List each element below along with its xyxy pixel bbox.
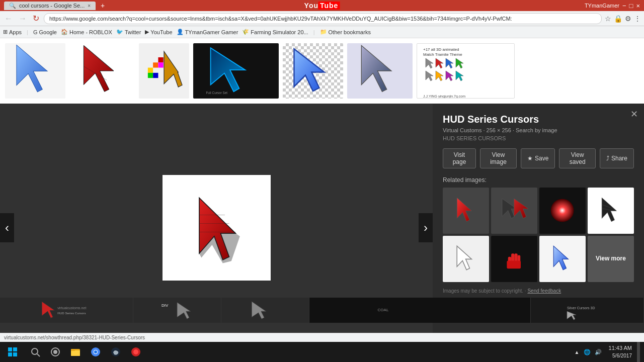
up-arrow-icon[interactable]: ▲ (575, 349, 580, 355)
close-detail-button[interactable]: ✕ (630, 109, 638, 120)
reload-button[interactable]: ↻ (31, 14, 41, 23)
view-image-button[interactable]: View image (480, 148, 517, 168)
svg-marker-37 (602, 198, 617, 222)
bookmark-icon[interactable]: ☆ (605, 15, 611, 23)
svg-point-36 (551, 199, 574, 222)
svg-marker-2 (84, 46, 114, 92)
system-clock[interactable]: 11:43 AM 5/6/2017 (609, 344, 632, 359)
bm-roblox[interactable]: 🏠 Home - ROBLOX (61, 29, 112, 35)
network-icon[interactable]: 🌐 (584, 349, 591, 355)
action-buttons: Visit page View image ★ Save View saved … (443, 148, 634, 168)
address-bar: ← → ↻ ☆ 🔒 ⚙ ⋮ (0, 11, 644, 26)
bm-farming[interactable]: 🌾 Farming Simulator 20... (242, 29, 308, 35)
menu-icon[interactable]: ⋮ (634, 15, 641, 23)
strip-image-4[interactable]: Full Cursor Set (193, 43, 279, 99)
preview-image-box (163, 175, 271, 281)
svg-point-63 (53, 350, 57, 354)
bottom-thumb-2[interactable]: DIV (133, 298, 221, 323)
bm-youtube[interactable]: ▶ YouTube (145, 29, 172, 35)
strip-image-7[interactable]: +17 all 3D animated Match Tramite Theme … (417, 43, 515, 99)
svg-text:virtualcustoms.net: virtualcustoms.net (57, 306, 86, 310)
close-button[interactable]: × (636, 2, 640, 10)
next-image-button[interactable]: › (419, 213, 433, 242)
steam-button[interactable] (106, 342, 126, 362)
related-thumb-5[interactable] (443, 236, 489, 282)
svg-text:DIV: DIV (162, 303, 169, 308)
previous-image-button[interactable]: ‹ (0, 213, 14, 242)
extension-icon1[interactable]: 🔒 (614, 15, 622, 23)
search-taskbar-button[interactable] (25, 342, 45, 362)
bm-tymangamer[interactable]: 👤 TYmanGamer Gamer (177, 29, 238, 35)
clock-time: 11:43 AM (609, 344, 632, 352)
copyright-note: Images may be subject to copyright. · Se… (443, 288, 634, 294)
svg-marker-19 (436, 58, 443, 68)
volume-icon[interactable]: 🔊 (595, 349, 602, 355)
forward-button[interactable]: → (17, 14, 28, 23)
image-title: HUD Series Cursors (443, 114, 634, 125)
bottom-thumb-1[interactable]: virtualcustoms.net HUD Series Cursors (0, 298, 133, 323)
start-button[interactable] (0, 342, 25, 362)
minimize-button[interactable]: − (622, 2, 626, 10)
strip-image-2[interactable] (69, 43, 135, 99)
save-button[interactable]: ★ Save (521, 148, 555, 168)
svg-marker-46 (554, 246, 569, 270)
bottom-thumb-4[interactable]: COAL (309, 298, 531, 323)
bottom-thumb-3[interactable] (221, 298, 309, 323)
view-saved-button[interactable]: View saved (559, 148, 596, 168)
related-thumb-2[interactable] (491, 188, 537, 234)
related-images-label: Related images: (443, 176, 634, 184)
strip-image-6[interactable] (347, 43, 413, 99)
related-thumb-3[interactable] (539, 188, 586, 234)
taskbar-left (0, 342, 146, 362)
feedback-link[interactable]: Send feedback (527, 288, 561, 294)
cortana-button[interactable] (45, 342, 65, 362)
title-bar: 🔍 cool cursors - Google Se... × + YouTub… (0, 0, 644, 11)
bottom-thumb-5[interactable]: Silver Cursors 3D (531, 298, 644, 323)
back-button[interactable]: ← (3, 14, 14, 23)
svg-marker-18 (426, 58, 433, 68)
related-thumb-4[interactable] (588, 188, 634, 234)
bm-twitter[interactable]: 🐦 Twitter (116, 29, 141, 35)
svg-marker-12 (211, 48, 246, 92)
bm-google[interactable]: G Google (33, 29, 57, 35)
svg-text:HUD Series Cursors: HUD Series Cursors (57, 311, 86, 315)
show-desktop-button[interactable] (637, 342, 640, 362)
recording-button[interactable] (126, 342, 146, 362)
view-more-button[interactable]: View more (588, 236, 634, 282)
svg-rect-6 (153, 62, 158, 67)
share-button[interactable]: ⤴ Share (600, 148, 634, 168)
svg-marker-14 (294, 49, 325, 91)
svg-marker-51 (177, 302, 191, 319)
title-bar-left: 🔍 cool cursors - Google Se... × + (4, 2, 105, 10)
strip-image-1[interactable] (5, 43, 65, 99)
system-tray-icons: ▲ 🌐 🔊 (575, 349, 602, 355)
url-input[interactable] (44, 13, 602, 24)
related-thumb-7[interactable] (539, 236, 586, 282)
strip-image-5[interactable] (283, 43, 343, 99)
svg-rect-57 (13, 347, 17, 351)
svg-rect-7 (158, 57, 163, 62)
svg-text:+17 all 3D animated: +17 all 3D animated (423, 47, 459, 52)
svg-rect-5 (148, 68, 153, 73)
file-explorer-button[interactable] (65, 342, 86, 362)
svg-point-70 (94, 350, 97, 353)
related-thumb-1[interactable] (443, 188, 489, 234)
bm-apps[interactable]: ⊞ Apps (3, 29, 22, 35)
main-content: Full Cursor Set +17 all 3D animated Matc… (0, 38, 644, 352)
extension-icon2[interactable]: ⚙ (625, 15, 631, 23)
window-controls: TYmanGamer − □ × (585, 2, 640, 10)
bm-other[interactable]: 📁 Other bookmarks (320, 29, 371, 35)
chrome-button[interactable] (86, 342, 106, 362)
strip-image-3[interactable] (139, 43, 189, 99)
related-thumb-6[interactable] (491, 236, 537, 282)
visit-page-button[interactable]: Visit page (443, 148, 476, 168)
new-tab-button[interactable]: + (101, 2, 105, 10)
svg-rect-59 (13, 352, 17, 356)
bookmarks-bar: ⊞ Apps | G Google 🏠 Home - ROBLOX 🐦 Twit… (0, 26, 644, 38)
windows-icon (8, 347, 18, 357)
svg-marker-24 (446, 71, 453, 81)
maximize-button[interactable]: □ (629, 2, 633, 10)
browser-tab[interactable]: 🔍 cool cursors - Google Se... × (4, 2, 96, 10)
svg-point-73 (133, 349, 138, 354)
tab-close-icon[interactable]: × (88, 3, 91, 9)
